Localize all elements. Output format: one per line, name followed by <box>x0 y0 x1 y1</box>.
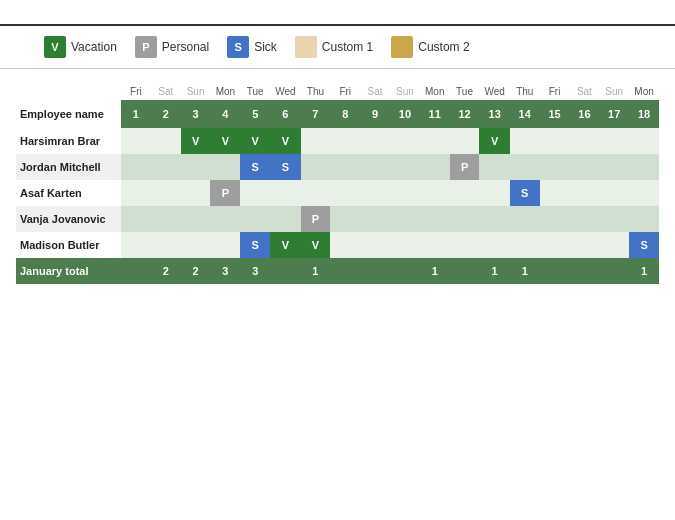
absence-cell <box>629 180 659 206</box>
absence-cell <box>569 128 599 154</box>
day-header-18: Mon <box>629 83 659 100</box>
absence-cell <box>420 154 450 180</box>
absence-cell <box>390 154 420 180</box>
absence-cell <box>390 128 420 154</box>
absence-cell <box>450 180 480 206</box>
day-header-10: Sun <box>390 83 420 100</box>
absence-cell <box>450 206 480 232</box>
table-row: Madison ButlerSVVS <box>16 232 659 258</box>
date-num-17: 17 <box>599 100 629 128</box>
employee-name: Madison Butler <box>16 232 121 258</box>
absence-cell <box>569 232 599 258</box>
absence-cell <box>540 232 570 258</box>
absence-cell <box>479 154 509 180</box>
absence-cell <box>151 180 181 206</box>
absence-cell <box>599 180 629 206</box>
date-num-15: 15 <box>540 100 570 128</box>
total-cell: 1 <box>301 258 331 284</box>
personal-badge: P <box>135 36 157 58</box>
absence-cell: V <box>270 128 300 154</box>
day-header-17: Sun <box>599 83 629 100</box>
absence-cell <box>181 180 211 206</box>
date-num-8: 8 <box>330 100 360 128</box>
key-custom1: Custom 1 <box>295 36 373 58</box>
day-header-9: Sat <box>360 83 390 100</box>
sick-label: Sick <box>254 40 277 54</box>
absence-cell <box>450 128 480 154</box>
total-cell <box>450 258 480 284</box>
absence-cell: V <box>479 128 509 154</box>
custom1-badge <box>295 36 317 58</box>
absence-cell <box>569 154 599 180</box>
absence-cell: V <box>240 128 270 154</box>
total-cell: 1 <box>629 258 659 284</box>
employee-name: Vanja Jovanovic <box>16 206 121 232</box>
absence-cell <box>390 232 420 258</box>
day-header-2: Sat <box>151 83 181 100</box>
table-row: Asaf KartenPS <box>16 180 659 206</box>
date-num-4: 4 <box>210 100 240 128</box>
absence-cell <box>360 180 390 206</box>
absence-cell <box>121 180 151 206</box>
absence-cell <box>540 206 570 232</box>
absence-cell <box>151 206 181 232</box>
absence-cell <box>390 180 420 206</box>
absence-cell <box>301 154 331 180</box>
total-cell: 3 <box>210 258 240 284</box>
absence-cell <box>540 154 570 180</box>
absence-cell <box>210 206 240 232</box>
absence-cell: V <box>270 232 300 258</box>
absence-cell <box>181 154 211 180</box>
day-header-16: Sat <box>569 83 599 100</box>
absence-cell <box>330 180 360 206</box>
dates-section: FriSatSunMonTueWedThuFriSatSunMonTueWedT… <box>0 69 675 284</box>
key-custom2: Custom 2 <box>391 36 469 58</box>
absence-cell <box>479 232 509 258</box>
absence-cell <box>210 154 240 180</box>
absence-cell: S <box>240 232 270 258</box>
absence-cell <box>121 206 151 232</box>
key-personal: P Personal <box>135 36 209 58</box>
custom2-badge <box>391 36 413 58</box>
day-header-11: Mon <box>420 83 450 100</box>
absence-cell <box>629 206 659 232</box>
date-num-3: 3 <box>181 100 211 128</box>
date-num-9: 9 <box>360 100 390 128</box>
date-num-7: 7 <box>301 100 331 128</box>
absence-cell <box>420 180 450 206</box>
absence-cell <box>599 206 629 232</box>
custom1-label: Custom 1 <box>322 40 373 54</box>
absence-cell: P <box>450 154 480 180</box>
absence-cell <box>479 180 509 206</box>
absence-cell <box>121 232 151 258</box>
table-row: Vanja JovanovicP <box>16 206 659 232</box>
day-header-1: Fri <box>121 83 151 100</box>
day-header-13: Wed <box>479 83 509 100</box>
absence-cell <box>479 206 509 232</box>
employee-name: Jordan Mitchell <box>16 154 121 180</box>
day-header-8: Fri <box>330 83 360 100</box>
date-num-12: 12 <box>450 100 480 128</box>
total-cell: 3 <box>240 258 270 284</box>
absence-cell <box>210 232 240 258</box>
date-num-16: 16 <box>569 100 599 128</box>
absence-cell <box>360 232 390 258</box>
day-header-6: Wed <box>270 83 300 100</box>
table-row: Jordan MitchellSSP <box>16 154 659 180</box>
absence-cell <box>629 154 659 180</box>
absence-cell <box>569 206 599 232</box>
absence-cell <box>121 128 151 154</box>
absence-cell <box>151 232 181 258</box>
absence-cell <box>510 128 540 154</box>
absence-cell <box>569 180 599 206</box>
absence-key-section: V Vacation P Personal S Sick Custom 1 Cu… <box>0 26 675 69</box>
absence-cell <box>420 206 450 232</box>
absence-cell <box>599 128 629 154</box>
table-row: Harsimran BrarVVVVV <box>16 128 659 154</box>
totals-label: January total <box>16 258 121 284</box>
total-cell <box>270 258 300 284</box>
total-cell <box>360 258 390 284</box>
absence-cell <box>510 232 540 258</box>
employee-name: Asaf Karten <box>16 180 121 206</box>
absence-cell: P <box>210 180 240 206</box>
